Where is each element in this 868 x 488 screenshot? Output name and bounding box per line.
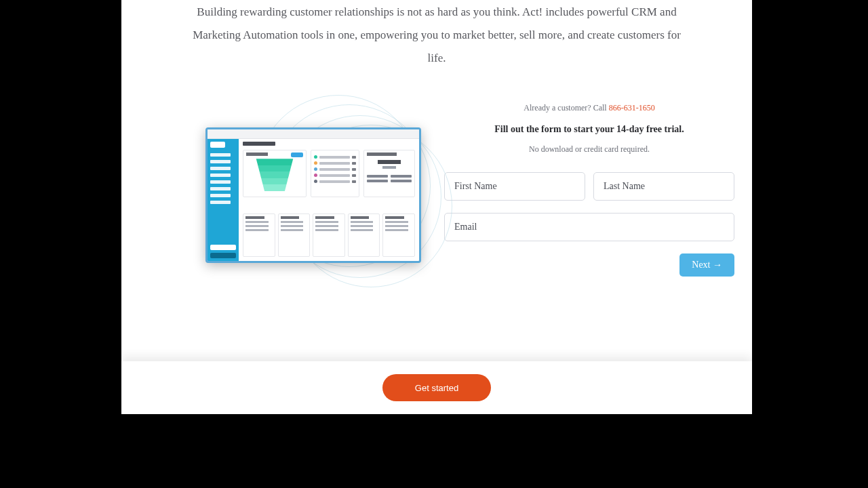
kpi-panel	[363, 150, 415, 197]
hero-line-1: Building rewarding customer relationship…	[172, 3, 702, 22]
email-input[interactable]	[444, 213, 734, 241]
hero-line-3: life.	[172, 49, 702, 68]
support-phone-link[interactable]: 866-631-1650	[609, 103, 655, 113]
app-sidebar	[208, 139, 239, 261]
get-started-button[interactable]: Get started	[382, 374, 491, 401]
already-customer-text: Already a customer? Call 866-631-1650	[444, 103, 734, 113]
signup-form: Already a customer? Call 866-631-1650 Fi…	[444, 100, 734, 277]
hero-line-2: Marketing Automation tools in one, empow…	[172, 26, 702, 45]
product-illustration	[139, 100, 431, 277]
funnel-chart-icon	[254, 159, 296, 191]
no-download-note: No download or credit card required.	[444, 144, 734, 155]
last-name-input[interactable]	[593, 172, 734, 201]
first-name-input[interactable]	[444, 172, 585, 201]
next-button[interactable]: Next →	[679, 253, 734, 277]
filter-chip-icon	[291, 152, 303, 157]
act-logo-icon	[210, 142, 225, 148]
app-topbar	[208, 129, 419, 139]
page-viewport: Building rewarding customer relationship…	[121, 0, 752, 414]
stage-list-panel	[311, 150, 359, 197]
trial-heading: Fill out the form to start your 14-day f…	[444, 124, 734, 135]
already-customer-prefix: Already a customer? Call	[524, 103, 608, 113]
hero-description: Building rewarding customer relationship…	[121, 3, 752, 68]
dashboard-screenshot	[205, 127, 421, 263]
app-main-area	[239, 139, 419, 261]
stage-cards-row	[243, 214, 415, 257]
sticky-footer: Get started	[121, 361, 752, 414]
main-content: Already a customer? Call 866-631-1650 Fi…	[121, 100, 752, 277]
pipeline-panel	[243, 150, 307, 197]
